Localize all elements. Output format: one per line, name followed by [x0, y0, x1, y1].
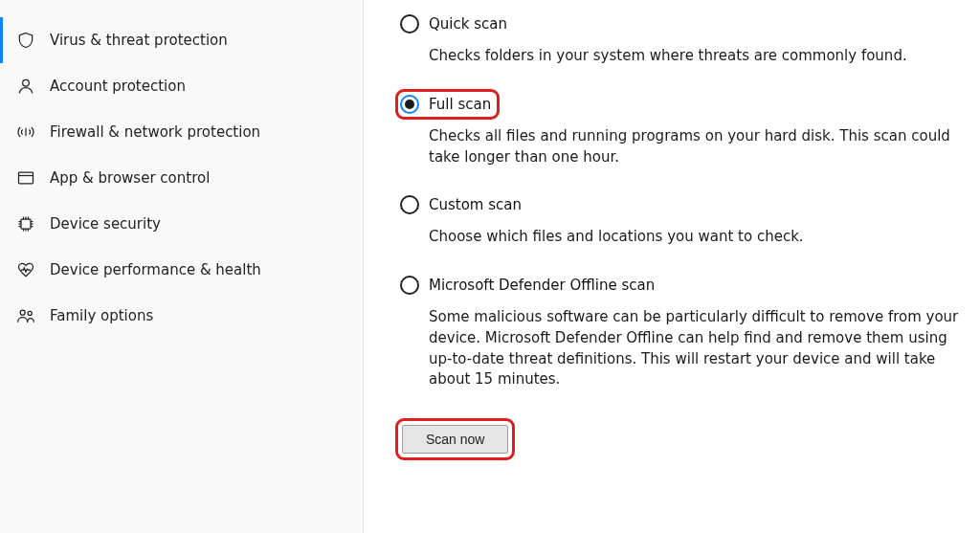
option-desc: Checks all files and running programs on… [429, 126, 965, 168]
sidebar-item-device-security[interactable]: Device security [0, 201, 363, 247]
option-title: Full scan [429, 96, 491, 113]
option-desc: Checks folders in your system where thre… [429, 46, 965, 67]
option-desc: Some malicious software can be particula… [429, 307, 965, 390]
svg-point-3 [20, 310, 25, 315]
radio-quick-scan[interactable]: Quick scan [398, 11, 513, 36]
sidebar-item-virus-threat-protection[interactable]: Virus & threat protection [0, 17, 363, 63]
sidebar-item-firewall-network-protection[interactable]: Firewall & network protection [0, 109, 363, 155]
option-title: Quick scan [429, 15, 507, 33]
svg-point-0 [23, 79, 30, 86]
option-title: Custom scan [429, 196, 522, 213]
radio-icon [400, 195, 419, 214]
option-custom-scan: Custom scan Choose which files and locat… [398, 192, 974, 248]
radio-icon [400, 14, 419, 33]
shield-icon [11, 31, 40, 50]
sidebar-item-label: Firewall & network protection [50, 123, 260, 141]
option-quick-scan: Quick scan Checks folders in your system… [398, 11, 974, 67]
sidebar-item-family-options[interactable]: Family options [0, 293, 363, 339]
option-offline-scan: Microsoft Defender Offline scan Some mal… [398, 273, 974, 390]
sidebar-item-account-protection[interactable]: Account protection [0, 63, 363, 109]
heart-icon [11, 260, 40, 279]
chip-icon [11, 214, 40, 233]
sidebar-item-label: Device performance & health [50, 261, 261, 278]
sidebar-item-label: App & browser control [50, 169, 210, 187]
scan-now-button[interactable]: Scan now [402, 425, 508, 454]
radio-offline-scan[interactable]: Microsoft Defender Offline scan [398, 273, 660, 298]
radio-full-scan[interactable]: Full scan [398, 92, 497, 117]
svg-rect-2 [21, 219, 31, 229]
option-full-scan: Full scan Checks all files and running p… [398, 92, 974, 168]
option-title: Microsoft Defender Offline scan [429, 277, 655, 294]
radio-icon [400, 276, 419, 295]
svg-point-4 [28, 311, 32, 315]
sidebar-item-device-performance-health[interactable]: Device performance & health [0, 247, 363, 293]
sidebar: Virus & threat protection Account protec… [0, 0, 364, 533]
radio-icon [400, 95, 419, 114]
signal-icon [11, 122, 40, 142]
sidebar-item-label: Family options [50, 307, 153, 324]
people-icon [11, 306, 40, 325]
person-icon [11, 77, 40, 96]
sidebar-item-label: Account protection [50, 78, 186, 95]
scan-now-highlight: Scan now [398, 421, 512, 457]
sidebar-item-app-browser-control[interactable]: App & browser control [0, 155, 363, 201]
option-desc: Choose which files and locations you wan… [429, 227, 965, 248]
sidebar-item-label: Device security [50, 215, 161, 233]
radio-custom-scan[interactable]: Custom scan [398, 192, 527, 217]
main-panel: Quick scan Checks folders in your system… [364, 0, 980, 533]
window-icon [11, 168, 40, 188]
svg-rect-1 [19, 172, 33, 184]
sidebar-item-label: Virus & threat protection [50, 32, 228, 49]
